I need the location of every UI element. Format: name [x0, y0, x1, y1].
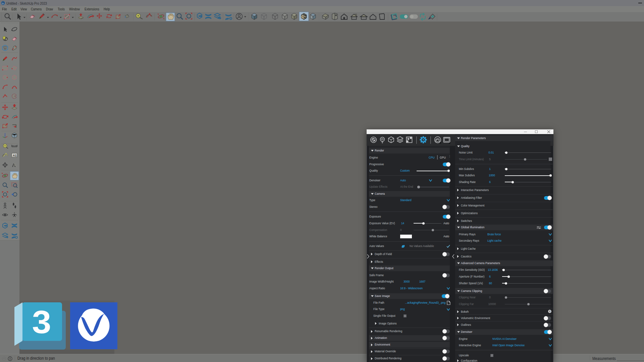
svg-text:3: 3 [32, 304, 51, 340]
svg-text:A1: A1 [13, 154, 17, 157]
svg-text:A: A [13, 162, 17, 168]
